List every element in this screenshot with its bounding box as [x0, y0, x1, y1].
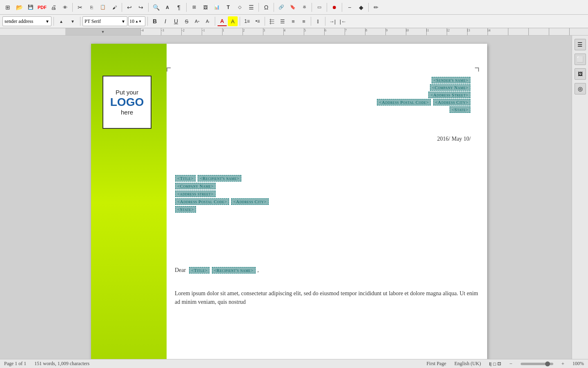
dear-line: Dear <Title> <Recipient's name> , [175, 267, 259, 274]
minus-icon[interactable]: − [344, 2, 355, 13]
columns-btn[interactable]: ⫿ [313, 16, 323, 26]
bold-btn[interactable]: B [150, 16, 160, 26]
subscript-btn[interactable]: A- [203, 16, 213, 26]
italic-btn[interactable]: I [160, 16, 170, 26]
font-size-input[interactable]: 10 ▲▼ [128, 16, 145, 26]
save-icon[interactable]: 💾 [25, 2, 36, 13]
properties-panel-btn[interactable]: ☰ [575, 39, 586, 50]
layout-panel-btn[interactable]: ⬜ [575, 54, 586, 65]
paragraph-style-dropdown[interactable]: sender address ▼ [2, 16, 51, 26]
special-icon[interactable]: Ω [261, 2, 272, 13]
separator [368, 3, 369, 12]
logo-word-text: LOGO [110, 96, 144, 109]
sender-street-field[interactable]: <Address Street> [428, 92, 470, 98]
docview-icon[interactable]: □ [493, 361, 496, 366]
word-count: 151 words, 1,009 characters [34, 361, 89, 367]
photo-panel-btn[interactable]: 🖼 [575, 68, 586, 80]
recipient-state-field[interactable]: <State> [175, 206, 196, 213]
sender-state-field[interactable]: <State> [450, 106, 470, 113]
copy-icon[interactable]: ⎘ [86, 2, 97, 13]
left-panel [0, 36, 7, 359]
align-icon[interactable]: ☰ [246, 2, 256, 13]
zoom-thumb[interactable] [545, 361, 550, 366]
fontcolor-btn[interactable]: A [217, 16, 227, 26]
separator [327, 3, 327, 12]
sender-address-block: <Sender's name> <Company Name> <Address … [376, 76, 471, 113]
align-center-btn[interactable]: ☰ [278, 16, 287, 26]
frame-icon[interactable]: ▭ [314, 2, 325, 13]
record-icon[interactable]: ⏺ [329, 2, 340, 13]
toolbar: ⊞ 📂 💾 PDF 🖨 👁 ✂ ⎘ 📋 🖌 ↩ ↪ 🔍 A ¶ ⊞ 🖼 📊 T … [0, 0, 588, 28]
font-arrow: ▼ [121, 19, 125, 24]
image-icon[interactable]: 🖼 [200, 2, 211, 13]
recipient-city-field[interactable]: <Address City> [231, 198, 268, 205]
page-info: Page 1 of 1 [4, 361, 26, 367]
textbox-icon[interactable]: T [223, 2, 234, 13]
numberedlist-btn[interactable]: 1≡ [242, 16, 252, 26]
find-icon[interactable]: 🔍 [151, 2, 161, 13]
dear-title-field[interactable]: <Title> [189, 267, 209, 274]
highlight-btn[interactable]: A [228, 16, 238, 26]
table-icon[interactable]: ⊞ [189, 2, 199, 13]
link-icon[interactable]: 🔗 [276, 2, 287, 13]
charformat-icon[interactable]: A [162, 2, 173, 13]
bookmark-icon[interactable]: 🔖 [287, 2, 298, 13]
bulletlist-btn[interactable]: •≡ [253, 16, 263, 26]
sender-postal-field[interactable]: <Address Postal Code> [377, 99, 431, 105]
outline-down-btn[interactable]: ▼ [67, 16, 78, 27]
outline-up-btn[interactable]: ▲ [56, 16, 67, 27]
recipient-name-field[interactable]: <Recipient's name> [198, 175, 241, 182]
recipient-company-row: <Company Name> [175, 182, 269, 190]
pencil-icon[interactable]: ✏ [371, 2, 381, 13]
sender-company-field[interactable]: <Company Name> [430, 84, 470, 91]
separator [148, 3, 149, 12]
zoom-slider[interactable] [521, 363, 553, 365]
open-icon[interactable]: 📂 [14, 2, 24, 13]
strikethrough-btn[interactable]: S [182, 16, 192, 26]
separator [311, 17, 311, 26]
recipient-postal-field[interactable]: <Address Postal Code> [175, 198, 229, 205]
flow-icon[interactable]: ◇ [234, 2, 245, 13]
sender-name-field[interactable]: <Sender's name> [432, 77, 470, 83]
separator [72, 3, 73, 12]
pilcrow-icon[interactable]: ¶ [174, 2, 184, 13]
indent-less-btn[interactable]: |← [338, 16, 348, 26]
clone-icon[interactable]: 🖌 [109, 2, 120, 13]
dear-name-field[interactable]: <Recipient's name> [212, 267, 256, 274]
zoom-plus-btn[interactable]: + [561, 361, 564, 367]
separator [240, 17, 240, 26]
status-bar: Page 1 of 1 151 words, 1,009 characters … [0, 359, 588, 368]
logo-put-text: Put your [116, 89, 138, 96]
textmode-icon[interactable]: I| [489, 361, 492, 366]
indent-more-btn[interactable]: →| [327, 16, 337, 26]
separator [215, 17, 215, 26]
paste-icon[interactable]: 📋 [98, 2, 108, 13]
recipient-street-field[interactable]: <address street> [175, 191, 216, 197]
align-right-btn[interactable]: ≡ [288, 16, 298, 26]
print-icon[interactable]: 🖨 [48, 2, 59, 13]
ref-icon[interactable]: ※ [299, 2, 310, 13]
web-icon[interactable]: ⊡ [497, 361, 501, 366]
navigator-panel-btn[interactable]: ◎ [575, 83, 586, 94]
recipient-title-field[interactable]: <Title> [175, 175, 196, 182]
recipient-company-field[interactable]: <Company Name> [175, 183, 216, 189]
underline-btn[interactable]: U [171, 16, 181, 26]
sender-state-row: <State> [376, 106, 471, 113]
chart-icon[interactable]: 📊 [212, 2, 222, 13]
superscript-btn[interactable]: A+ [192, 16, 202, 26]
undo-icon[interactable]: ↩ [124, 2, 135, 13]
grid-icon[interactable]: ⊞ [2, 2, 13, 13]
dropdown-arrow: ▼ [45, 19, 49, 24]
recipient-street-row: <address street> [175, 190, 269, 197]
sender-city-field[interactable]: <Address City> [433, 99, 470, 105]
diamond-icon[interactable]: ◆ [356, 2, 366, 13]
font-family-dropdown[interactable]: PT Serif ▼ [82, 16, 127, 26]
separator [122, 3, 122, 12]
zoom-minus-btn[interactable]: − [509, 361, 512, 367]
redo-icon[interactable]: ↪ [136, 2, 146, 13]
align-left-btn[interactable]: ⬱ [267, 16, 277, 26]
align-justify-btn[interactable]: ≡ [299, 16, 309, 26]
pdf-icon[interactable]: PDF [37, 2, 47, 13]
cut-icon[interactable]: ✂ [75, 2, 85, 13]
preview-icon[interactable]: 👁 [60, 2, 70, 13]
